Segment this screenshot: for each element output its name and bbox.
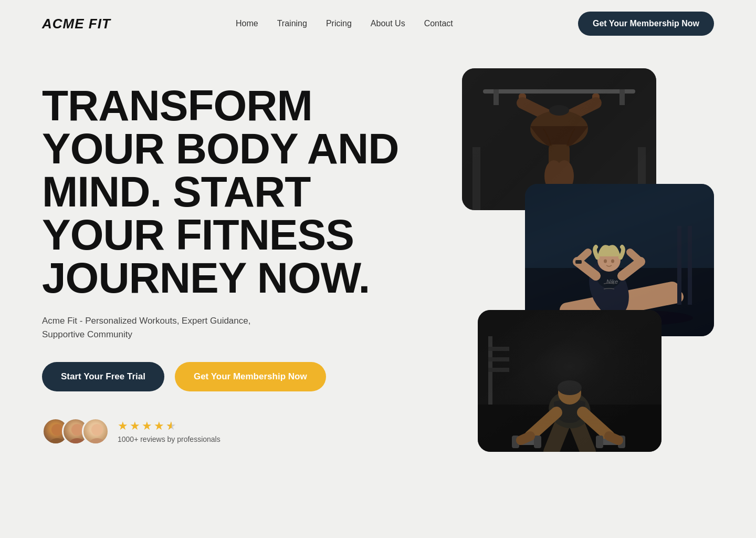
star-2: ★ [130, 419, 140, 433]
hero-left: TRANSFORM YOUR BODY AND MIND. START YOUR… [42, 68, 430, 445]
star-4: ★ [154, 419, 164, 433]
svg-rect-9 [620, 89, 625, 105]
membership-button[interactable]: Get Your Membership Now [175, 362, 326, 391]
nav-pricing[interactable]: Pricing [326, 19, 352, 28]
brand-logo: ACME FIT [42, 16, 111, 32]
svg-point-19 [549, 105, 569, 116]
hero-section: TRANSFORM YOUR BODY AND MIND. START YOUR… [0, 47, 756, 483]
svg-point-3 [69, 438, 86, 445]
nav-links: Home Training Pricing About Us Contact [236, 19, 453, 28]
svg-rect-20 [472, 147, 480, 210]
svg-text:Nike: Nike [606, 278, 618, 285]
star-1: ★ [118, 419, 128, 433]
svg-rect-61 [478, 310, 662, 452]
nav-home[interactable]: Home [236, 19, 258, 28]
svg-rect-39 [688, 226, 692, 305]
hero-buttons: Start Your Free Trial Get Your Membershi… [42, 362, 430, 391]
hero-images: Nike [462, 68, 714, 452]
svg-point-35 [611, 260, 614, 263]
svg-point-1 [49, 438, 66, 445]
svg-point-0 [51, 424, 63, 436]
star-half: ★ ★ [166, 419, 177, 433]
svg-rect-8 [494, 89, 499, 105]
svg-rect-7 [483, 89, 635, 94]
hero-subtitle: Acme Fit - Personalized Workouts, Expert… [42, 314, 294, 341]
hero-heading: TRANSFORM YOUR BODY AND MIND. START YOUR… [42, 84, 410, 299]
nav-training[interactable]: Training [277, 19, 307, 28]
svg-point-5 [89, 438, 106, 445]
svg-point-34 [604, 260, 607, 263]
star-3: ★ [142, 419, 152, 433]
reviews-section: ★ ★ ★ ★ ★ ★ 1000+ reviews by professiona… [42, 418, 430, 445]
nav-membership-button[interactable]: Get Your Membership Now [578, 12, 714, 36]
review-count: 1000+ reviews by professionals [118, 435, 220, 443]
avatar-group [42, 418, 109, 445]
star-rating: ★ ★ ★ ★ ★ ★ [118, 419, 220, 433]
free-trial-button[interactable]: Start Your Free Trial [42, 362, 164, 391]
nav-contact[interactable]: Contact [424, 19, 453, 28]
svg-point-2 [71, 424, 83, 436]
svg-rect-36 [575, 260, 582, 264]
svg-point-4 [91, 424, 103, 436]
navbar: ACME FIT Home Training Pricing About Us … [0, 0, 756, 47]
nav-about[interactable]: About Us [371, 19, 405, 28]
svg-rect-38 [677, 226, 681, 305]
reviews-info: ★ ★ ★ ★ ★ ★ 1000+ reviews by professiona… [118, 419, 220, 443]
hero-image-3 [478, 310, 662, 452]
avatar-3 [82, 418, 109, 445]
